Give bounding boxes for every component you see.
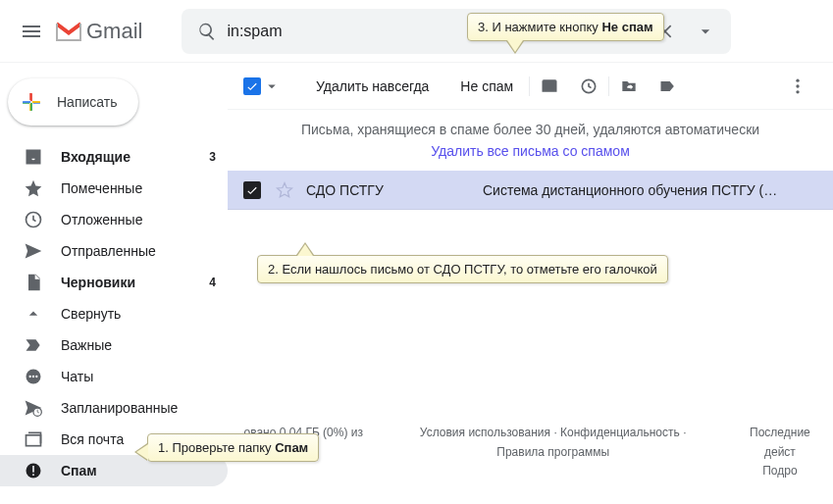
sidebar-item-label: Важные [61, 337, 112, 353]
snooze-button[interactable] [569, 67, 608, 106]
move-to-button[interactable] [609, 67, 649, 106]
svg-rect-1 [30, 93, 32, 101]
sidebar-item-label: Черновики [61, 275, 135, 290]
search-options-button[interactable] [686, 12, 725, 51]
check-icon [245, 183, 259, 197]
sidebar-item-starred[interactable]: Помеченные [0, 173, 228, 204]
compose-label: Написать [57, 94, 117, 110]
sidebar-item-collapse[interactable]: Свернуть [0, 298, 228, 329]
callout-2: 2. Если нашлось письмо от СДО ПСТГУ, то … [257, 255, 668, 283]
caret-down-icon [263, 77, 281, 95]
svg-point-8 [32, 376, 34, 378]
sidebar-item-label: Чаты [61, 369, 93, 384]
sidebar-item-chats[interactable]: Чаты [0, 361, 228, 392]
label-icon [658, 76, 678, 96]
sidebar-item-count: 3 [209, 150, 216, 164]
sidebar-item-label: Спам [61, 463, 97, 479]
toolbar: Удалить навсегда Не спам [228, 63, 833, 110]
svg-point-17 [796, 78, 799, 81]
callout-arrow-icon [136, 444, 148, 460]
recent-activity: Последние дейст [743, 424, 817, 461]
sidebar-item-scheduled[interactable]: Запланированные [0, 392, 228, 424]
sidebar-item-label: Отправленные [61, 243, 156, 259]
spam-notice: Письма, хранящиеся в спаме более 30 дней… [228, 110, 833, 171]
folder-arrow-icon [619, 76, 639, 96]
chat-icon [24, 367, 43, 386]
chevron-up-icon [24, 304, 43, 324]
labels-button[interactable] [649, 67, 688, 106]
search-icon [197, 22, 217, 41]
message-checkbox[interactable] [243, 181, 261, 199]
compose-button[interactable]: Написать [8, 78, 138, 126]
sidebar-item-inbox[interactable]: Входящие 3 [0, 141, 228, 173]
not-spam-button[interactable]: Не спам [444, 63, 529, 109]
select-all[interactable] [243, 77, 281, 95]
sidebar-item-drafts[interactable]: Черновики 4 [0, 267, 228, 298]
callout-arrow-icon [297, 244, 313, 256]
svg-rect-2 [30, 103, 32, 111]
sidebar-item-count: 4 [209, 276, 216, 289]
gmail-logo-icon [55, 21, 82, 42]
svg-point-18 [796, 84, 799, 87]
sidebar-item-label: Помеченные [61, 180, 142, 196]
svg-point-19 [796, 90, 799, 93]
callout-3: 3. И нажмите кнопку Не спам [467, 13, 664, 41]
terms-link[interactable]: Условия использования [420, 426, 550, 439]
callout-1: 1. Проверьте папку Спам [147, 433, 319, 462]
spam-icon [24, 461, 43, 480]
important-icon [24, 335, 43, 355]
message-sender: СДО ПСТГУ [306, 182, 483, 198]
check-icon [245, 79, 259, 93]
drafts-icon [24, 273, 43, 292]
notice-text: Письма, хранящиеся в спаме более 30 дней… [243, 122, 817, 137]
clock-icon [24, 210, 43, 229]
svg-rect-4 [32, 101, 40, 103]
mail-icon [540, 76, 559, 96]
more-button[interactable] [778, 67, 817, 106]
sidebar-item-label: Вся почта [61, 431, 124, 447]
svg-point-9 [35, 376, 37, 378]
gmail-logo-text: Gmail [86, 19, 142, 44]
privacy-link[interactable]: Конфиденциальность [560, 426, 680, 439]
sidebar-item-snoozed[interactable]: Отложенные [0, 204, 228, 235]
svg-rect-15 [543, 81, 555, 91]
delete-forever-button[interactable]: Удалить навсегда [300, 63, 444, 109]
details-link[interactable]: Подро [762, 464, 797, 478]
select-all-checkbox[interactable] [243, 77, 261, 95]
svg-point-7 [29, 376, 31, 378]
compose-plus-icon [16, 86, 47, 118]
search-button[interactable] [187, 12, 227, 51]
star-icon [24, 178, 43, 198]
mark-unread-button[interactable] [530, 67, 569, 106]
allmail-icon [24, 429, 43, 449]
svg-rect-13 [32, 466, 34, 473]
send-icon [24, 241, 43, 261]
caret-down-icon [696, 22, 715, 41]
sidebar-item-label: Свернуть [61, 306, 121, 322]
sidebar-item-important[interactable]: Важные [0, 329, 228, 361]
delete-all-spam-link[interactable]: Удалить все письма со спамом [431, 143, 630, 159]
program-link[interactable]: Правила программы [496, 445, 609, 459]
callout-arrow-icon [507, 40, 523, 52]
svg-rect-14 [32, 474, 34, 476]
gmail-logo[interactable]: Gmail [55, 19, 162, 44]
clock-icon [579, 76, 599, 96]
sidebar-item-label: Входящие [61, 149, 130, 165]
inbox-icon [24, 147, 43, 167]
more-vert-icon [788, 76, 807, 96]
message-subject: Система дистанционного обучения ПСТГУ (… [483, 182, 817, 198]
message-row[interactable]: СДО ПСТГУ Система дистанционного обучени… [228, 171, 833, 210]
header: Gmail [0, 0, 833, 63]
svg-rect-3 [23, 101, 30, 103]
hamburger-icon [20, 20, 43, 43]
sidebar-item-label: Запланированные [61, 400, 178, 416]
star-outline-icon [275, 180, 294, 200]
sidebar-item-sent[interactable]: Отправленные [0, 235, 228, 267]
menu-button[interactable] [8, 8, 55, 55]
svg-rect-11 [26, 435, 41, 446]
star-button[interactable] [275, 180, 294, 200]
scheduled-icon [24, 398, 43, 418]
sidebar-item-label: Отложенные [61, 212, 142, 227]
